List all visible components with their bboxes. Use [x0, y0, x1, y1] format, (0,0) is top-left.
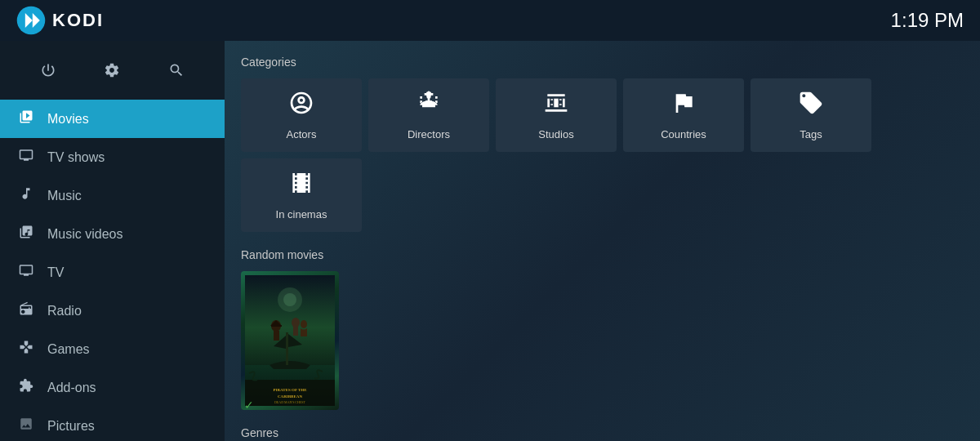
svg-point-12 — [292, 318, 300, 327]
sidebar: Movies TV shows Music Music videos — [0, 41, 225, 441]
svg-rect-11 — [271, 325, 282, 327]
svg-text:DEAD MAN'S CHEST: DEAD MAN'S CHEST — [274, 400, 306, 404]
category-tags[interactable]: Tags — [751, 78, 871, 152]
movie-poster[interactable]: PIRATES OF THE CARIBBEAN DEAD MAN'S CHES… — [241, 271, 339, 410]
search-icon[interactable] — [163, 57, 189, 87]
movies-icon — [16, 109, 36, 128]
sidebar-item-tv[interactable]: TV — [0, 253, 225, 292]
settings-icon[interactable] — [99, 57, 125, 87]
actors-icon — [288, 90, 314, 122]
incinemas-label: In cinemas — [276, 208, 327, 220]
pictures-icon — [16, 416, 36, 435]
power-icon[interactable] — [35, 57, 61, 87]
sidebar-addons-label: Add-ons — [47, 381, 96, 395]
sidebar-top-icons — [0, 49, 225, 100]
tvshows-icon — [16, 148, 36, 167]
studios-label: Studios — [538, 128, 573, 140]
sidebar-musicvideos-label: Music videos — [47, 227, 122, 242]
category-actors[interactable]: Actors — [241, 78, 362, 152]
sidebar-item-movies[interactable]: Movies — [0, 100, 225, 138]
sidebar-item-tvshows[interactable]: TV shows — [0, 138, 225, 176]
addons-icon — [16, 378, 36, 397]
poster-art: PIRATES OF THE CARIBBEAN DEAD MAN'S CHES… — [245, 275, 335, 406]
genres-section: Genres Adventure Fantasy — [241, 426, 964, 441]
sidebar-pictures-label: Pictures — [47, 419, 95, 434]
sidebar-tvshows-label: TV shows — [47, 150, 105, 165]
app-title: KODI — [52, 10, 104, 31]
categories-section: Categories Actors Directors — [241, 56, 964, 232]
svg-rect-3 — [426, 92, 430, 95]
tags-icon — [798, 90, 824, 122]
directors-label: Directors — [408, 128, 450, 140]
actors-label: Actors — [287, 128, 317, 140]
sidebar-radio-label: Radio — [47, 304, 82, 318]
sidebar-item-music[interactable]: Music — [0, 176, 225, 215]
sidebar-movies-label: Movies — [47, 112, 89, 127]
incinemas-icon — [288, 170, 314, 202]
sidebar-tv-label: TV — [47, 265, 64, 280]
music-icon — [16, 186, 36, 205]
svg-point-14 — [301, 320, 307, 328]
category-incinemas[interactable]: In cinemas — [241, 158, 362, 232]
sidebar-item-games[interactable]: Games — [0, 330, 225, 368]
topbar: KODI 1:19 PM — [0, 0, 980, 41]
sidebar-music-label: Music — [47, 189, 82, 203]
random-movies-title: Random movies — [241, 248, 964, 261]
sidebar-item-addons[interactable]: Add-ons — [0, 368, 225, 407]
categories-title: Categories — [241, 56, 964, 69]
svg-rect-13 — [293, 327, 298, 336]
sidebar-item-musicvideos[interactable]: Music videos — [0, 215, 225, 253]
kodi-logo-icon — [16, 6, 46, 35]
watched-checkmark: ✓ — [244, 399, 254, 410]
random-movies-section: Random movies — [241, 248, 964, 410]
main-layout: Movies TV shows Music Music videos — [0, 41, 980, 441]
clock-display: 1:19 PM — [891, 9, 964, 32]
directors-icon — [416, 90, 442, 122]
content-area: Categories Actors Directors — [225, 41, 980, 441]
svg-rect-10 — [274, 331, 279, 341]
sidebar-games-label: Games — [47, 342, 90, 357]
studios-icon — [543, 90, 569, 122]
games-icon — [16, 340, 36, 359]
category-directors[interactable]: Directors — [368, 78, 489, 152]
musicvideos-icon — [16, 225, 36, 243]
radio-icon — [16, 301, 36, 320]
sidebar-item-radio[interactable]: Radio — [0, 292, 225, 330]
logo-area: KODI — [16, 6, 104, 35]
category-studios[interactable]: Studios — [496, 78, 617, 152]
categories-grid: Actors Directors Studios — [241, 78, 964, 232]
genres-title: Genres — [241, 426, 964, 439]
svg-text:CARIBBEAN: CARIBBEAN — [278, 394, 302, 399]
svg-point-7 — [283, 293, 296, 306]
countries-label: Countries — [661, 128, 706, 140]
svg-text:PIRATES OF THE: PIRATES OF THE — [273, 388, 307, 392]
category-countries[interactable]: Countries — [623, 78, 744, 152]
tv-icon — [16, 263, 36, 282]
sidebar-item-pictures[interactable]: Pictures — [0, 407, 225, 441]
countries-icon — [670, 90, 697, 122]
tags-label: Tags — [800, 128, 822, 140]
svg-rect-8 — [286, 332, 288, 365]
